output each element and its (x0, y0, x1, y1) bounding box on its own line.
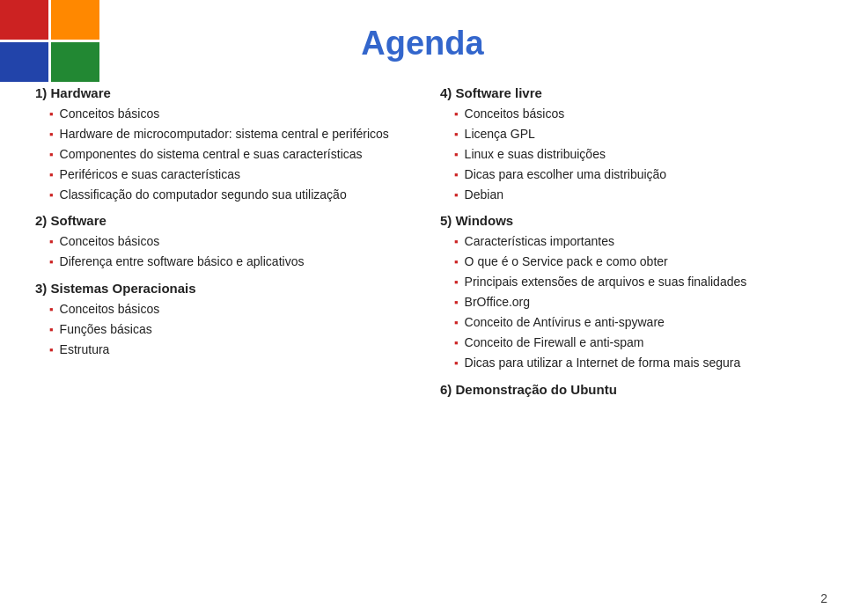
bullet-icon: ▪ (454, 335, 459, 351)
bullet-text: Conceitos básicos (60, 301, 405, 318)
bullet-icon: ▪ (454, 275, 459, 290)
bullet-text: Dicas para escolher uma distribuição (465, 166, 810, 183)
slide-title: Agenda (0, 0, 845, 78)
bullet-text: Conceitos básicos (60, 106, 405, 122)
bullet-icon: ▪ (49, 127, 54, 143)
bullet-text: Componentes do sistema central e suas ca… (60, 146, 405, 163)
list-item: ▪ Estrutura (49, 341, 405, 358)
section-5-header: 5) Windows (440, 213, 810, 228)
list-item: ▪ Dicas para escolher uma distribuição (454, 166, 810, 183)
bullet-icon: ▪ (454, 106, 459, 122)
list-item: ▪ Principais extensões de arquivos e sua… (454, 274, 810, 290)
right-column: 4) Software livre ▪ Conceitos básicos ▪ … (440, 78, 810, 616)
list-item: ▪ Debian (454, 187, 810, 203)
bullet-icon: ▪ (454, 127, 459, 143)
list-item: ▪ Conceito de Antívirus e anti-spyware (454, 314, 810, 331)
list-item: ▪ Conceitos básicos (454, 106, 810, 122)
list-item: ▪ BrOffice.org (454, 294, 810, 311)
bullet-text: Periféricos e suas características (60, 166, 405, 183)
bullet-icon: ▪ (49, 106, 54, 122)
section-3-header: 3) Sistemas Operacionais (35, 281, 405, 296)
section-4-header: 4) Software livre (440, 85, 810, 100)
bullet-icon: ▪ (454, 295, 459, 311)
left-column: 1) Hardware ▪ Conceitos básicos ▪ Hardwa… (35, 78, 405, 616)
corner-red (0, 0, 48, 40)
bullet-icon: ▪ (454, 254, 459, 270)
bullet-text: Conceito de Antívirus e anti-spyware (465, 314, 810, 331)
list-item: ▪ Funções básicas (49, 321, 405, 338)
list-item: ▪ Diferença entre software básico e apli… (49, 253, 405, 270)
section-6-header: 6) Demonstração do Ubuntu (440, 382, 810, 397)
section-2-header: 2) Software (35, 213, 405, 228)
list-item: ▪ Conceitos básicos (49, 301, 405, 318)
bullet-text: Estrutura (60, 341, 405, 358)
bullet-text: Funções básicas (60, 321, 405, 338)
bullet-icon: ▪ (49, 187, 54, 203)
corner-orange (51, 0, 99, 40)
bullet-icon: ▪ (49, 234, 54, 250)
bullet-text: Conceitos básicos (465, 106, 810, 122)
corner-decoration (0, 0, 106, 79)
slide: Agenda 1) Hardware ▪ Conceitos básicos ▪… (0, 0, 845, 616)
bullet-icon: ▪ (49, 167, 54, 183)
list-item: ▪ Conceito de Firewall e anti-spam (454, 334, 810, 351)
list-item: ▪ Conceitos básicos (49, 233, 405, 250)
bullet-text: Linux e suas distribuições (465, 146, 810, 163)
section-1-header: 1) Hardware (35, 85, 405, 100)
content-area: 1) Hardware ▪ Conceitos básicos ▪ Hardwa… (0, 78, 845, 616)
bullet-icon: ▪ (49, 254, 54, 270)
bullet-icon: ▪ (49, 147, 54, 163)
bullet-text: Características importantes (465, 233, 810, 250)
list-item: ▪ Classificação do computador segundo su… (49, 187, 405, 203)
list-item: ▪ Conceitos básicos (49, 106, 405, 122)
bullet-text: Classificação do computador segundo sua … (60, 187, 405, 203)
bullet-text: Dicas para utilizar a Internet de forma … (465, 355, 810, 371)
bullet-icon: ▪ (49, 322, 54, 338)
list-item: ▪ O que é o Service pack e como obter (454, 253, 810, 270)
list-item: ▪ Dicas para utilizar a Internet de form… (454, 355, 810, 371)
list-item: ▪ Linux e suas distribuições (454, 146, 810, 163)
bullet-text: Licença GPL (465, 126, 810, 143)
bullet-icon: ▪ (454, 234, 459, 250)
bullet-icon: ▪ (454, 315, 459, 331)
bullet-text: Conceitos básicos (60, 233, 405, 250)
bullet-text: Diferença entre software básico e aplica… (60, 253, 405, 270)
bullet-icon: ▪ (454, 167, 459, 183)
bullet-text: Debian (465, 187, 810, 203)
bullet-icon: ▪ (454, 187, 459, 203)
bullet-icon: ▪ (49, 302, 54, 318)
bullet-text: O que é o Service pack e como obter (465, 253, 810, 270)
corner-blue (0, 42, 48, 82)
bullet-icon: ▪ (454, 356, 459, 371)
list-item: ▪ Componentes do sistema central e suas … (49, 146, 405, 163)
list-item: ▪ Hardware de microcomputador: sistema c… (49, 126, 405, 143)
corner-green (51, 42, 99, 82)
bullet-text: Principais extensões de arquivos e suas … (465, 274, 810, 290)
page-number: 2 (820, 591, 827, 605)
list-item: ▪ Periféricos e suas características (49, 166, 405, 183)
bullet-icon: ▪ (49, 342, 54, 358)
list-item: ▪ Características importantes (454, 233, 810, 250)
bullet-text: Conceito de Firewall e anti-spam (465, 334, 810, 351)
bullet-icon: ▪ (454, 147, 459, 163)
list-item: ▪ Licença GPL (454, 126, 810, 143)
bullet-text: BrOffice.org (465, 294, 810, 311)
bullet-text: Hardware de microcomputador: sistema cen… (60, 126, 405, 143)
